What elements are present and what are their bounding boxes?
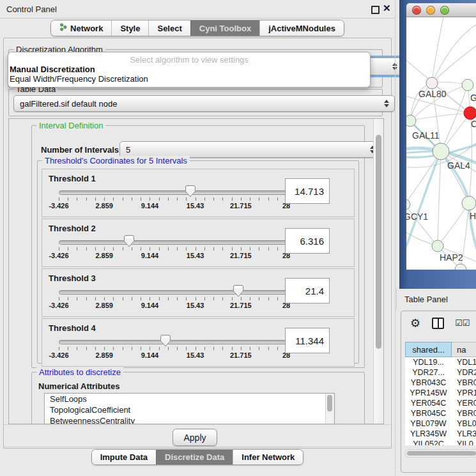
- slider-thumb[interactable]: [185, 185, 196, 197]
- table-data-combo-value: galFiltered.sif default node: [20, 99, 117, 109]
- network-node-c[interactable]: [464, 107, 476, 119]
- table-panel-body: ⚙☑☑ shared...na YDL19...YDL1YDR27...YDR2…: [401, 311, 476, 473]
- table-row[interactable]: YDR27...YDR2: [405, 367, 476, 378]
- network-edge[interactable]: [438, 203, 469, 246]
- attribute-item-betweennesscentrality[interactable]: BetweennessCentrality: [45, 415, 334, 424]
- column-header-shared-[interactable]: shared...: [405, 342, 452, 357]
- tab-style[interactable]: Style: [111, 20, 148, 36]
- table-row[interactable]: YLR345WYLR3: [405, 429, 476, 439]
- gear-icon[interactable]: ⚙: [410, 318, 421, 329]
- slider-track[interactable]: [59, 340, 288, 344]
- network-node-gal4[interactable]: [433, 143, 449, 160]
- slider-tick-labels: -3.4262.8599.14415.4321.71528: [59, 351, 286, 359]
- tab-infer-network[interactable]: Infer Network: [233, 450, 303, 464]
- tick-label: 15.43: [187, 302, 204, 309]
- threshold-list: Threshold 1-3.4262.8599.14415.4321.71528…: [42, 169, 355, 368]
- threshold-value-field[interactable]: 11.344: [285, 328, 330, 353]
- table-row[interactable]: YPR145WYPR1: [405, 388, 476, 398]
- panel-title: Control Panel: [6, 4, 57, 14]
- tab-impute-data[interactable]: Impute Data: [92, 450, 156, 464]
- tab-cyni-toolbox[interactable]: Cyni Toolbox: [190, 20, 259, 36]
- table-cell: YIL0: [452, 439, 476, 445]
- tab-select[interactable]: Select: [148, 20, 190, 36]
- attribute-item-selfloops[interactable]: SelfLoops: [45, 394, 334, 404]
- tick-label: 9.144: [141, 351, 159, 359]
- table-cell: YBR043C: [405, 378, 452, 388]
- close-light-icon[interactable]: [412, 6, 421, 15]
- close-icon[interactable]: ✕: [383, 3, 391, 14]
- tab-network[interactable]: Network: [51, 20, 111, 36]
- table-body: YDL19...YDL1YDR27...YDR2YBR043CYBR0YPR14…: [405, 357, 476, 445]
- tick-label: 2.859: [95, 202, 113, 210]
- network-node-gcy1[interactable]: [406, 199, 410, 210]
- slider-thumb[interactable]: [233, 285, 243, 297]
- table-row[interactable]: YER054CYER0: [405, 398, 476, 408]
- network-edge[interactable]: [406, 204, 438, 246]
- network-node-h[interactable]: [462, 196, 476, 210]
- table-hscrollbar[interactable]: [405, 449, 476, 457]
- network-window-titlebar[interactable]: [406, 3, 476, 17]
- network-node-ga[interactable]: [462, 79, 473, 91]
- table-row[interactable]: YIL052CYIL0: [405, 439, 476, 445]
- slider-track[interactable]: [59, 190, 288, 195]
- interval-definition-group: Interval Definition Number of Intervals …: [31, 125, 365, 368]
- tab-label: Cyni Toolbox: [199, 24, 251, 33]
- tick-label: 21.715: [230, 252, 252, 259]
- algorithm-option-manual-discretization[interactable]: Manual Discretization: [8, 65, 370, 74]
- table-cell: YBL0: [452, 418, 476, 429]
- node-label: GAL80: [418, 89, 447, 99]
- threshold-panel: Threshold 1-3.4262.8599.14415.4321.71528…: [42, 169, 355, 217]
- node-label: H: [470, 211, 476, 221]
- tab-discretize-data[interactable]: Discretize Data: [156, 450, 233, 464]
- network-canvas[interactable]: GAL80GACGAL11GAL4HGCY1HAP2: [406, 17, 476, 270]
- hscrollbar-thumb[interactable]: [407, 451, 476, 456]
- network-edge[interactable]: [432, 22, 476, 83]
- table-row[interactable]: YDL19...YDL1: [405, 357, 476, 367]
- apply-button[interactable]: Apply: [173, 429, 217, 446]
- table-row[interactable]: YBR045CYBR0: [405, 408, 476, 418]
- algorithm-popup-options: Manual DiscretizationEqual Width/Frequen…: [8, 65, 370, 84]
- column-header-na[interactable]: na: [452, 342, 476, 357]
- table-row[interactable]: YBR043CYBR0: [405, 378, 476, 388]
- network-edge[interactable]: [410, 113, 470, 121]
- table-toolbar: ⚙☑☑: [410, 318, 470, 329]
- float-window-icon[interactable]: [371, 6, 380, 14]
- numerical-attributes-list[interactable]: SelfLoopsTopologicalCoefficientBetweenne…: [44, 393, 335, 424]
- slider-track[interactable]: [59, 240, 288, 245]
- threshold-panel: Threshold 2-3.4262.8599.14415.4321.71528…: [42, 219, 355, 267]
- table-cell: YBL079W: [405, 418, 452, 429]
- network-edge[interactable]: [438, 151, 441, 246]
- attribute-item-topologicalcoefficient[interactable]: TopologicalCoefficient: [45, 404, 334, 415]
- slider-thumb[interactable]: [124, 235, 134, 247]
- slider-track[interactable]: [59, 290, 288, 295]
- node-label: HAP2: [440, 252, 463, 263]
- minimize-light-icon[interactable]: [426, 6, 435, 15]
- network-edge[interactable]: [432, 43, 476, 83]
- node-table: shared...na YDL19...YDL1YDR27...YDR2YBR0…: [405, 342, 476, 445]
- select-checkboxes-icon[interactable]: ☑☑: [455, 318, 470, 329]
- columns-icon[interactable]: [432, 318, 444, 329]
- slider-ticks: [59, 197, 286, 201]
- slider-thumb[interactable]: [160, 335, 171, 347]
- bottom-tab-bar-wrap: Impute DataDiscretize DataInfer Network: [0, 449, 395, 465]
- threshold-value-field[interactable]: 21.4: [285, 278, 330, 303]
- table-cell: YBR045C: [405, 408, 452, 418]
- slider-tick-labels: -3.4262.8599.14415.4321.71528: [59, 202, 286, 210]
- num-intervals-label: Number of Intervals: [41, 145, 119, 155]
- list-scrollbar[interactable]: [325, 394, 334, 424]
- network-node-gal11[interactable]: [406, 115, 416, 127]
- tab-jactivemnodules[interactable]: jActiveMNodules: [259, 20, 344, 36]
- table-row[interactable]: YBL079WYBL0: [405, 418, 476, 429]
- top-tab-bar-wrap: NetworkStyleSelectCyni ToolboxjActiveMNo…: [0, 20, 395, 36]
- vertical-scrollbar[interactable]: [373, 119, 383, 424]
- algorithm-option-equal-width-frequency-discretization[interactable]: Equal Width/Frequency Discretization: [8, 74, 370, 84]
- settings-scroll-panel: Interval Definition Number of Intervals …: [8, 118, 384, 424]
- network-node-gal80[interactable]: [426, 77, 438, 89]
- table-data-combo[interactable]: galFiltered.sif default node: [13, 95, 395, 112]
- zoom-light-icon[interactable]: [440, 6, 449, 15]
- scrollbar-thumb[interactable]: [376, 135, 381, 349]
- network-node-hap2[interactable]: [432, 240, 443, 252]
- tick-label: 15.43: [187, 252, 204, 259]
- threshold-value-field[interactable]: 6.316: [285, 228, 330, 254]
- threshold-value-field[interactable]: 14.713: [285, 178, 330, 204]
